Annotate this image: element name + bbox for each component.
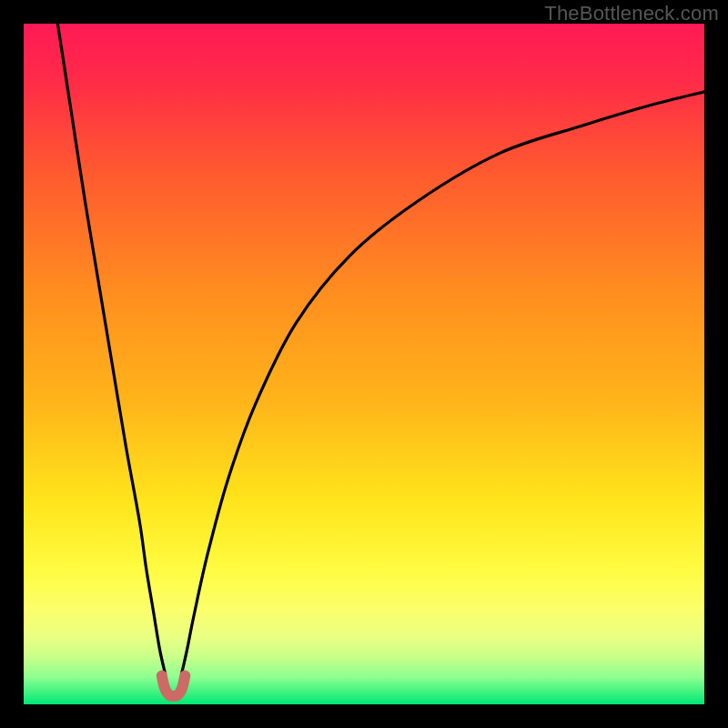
plot-area — [24, 24, 704, 704]
marker-u-shape — [162, 676, 185, 696]
curve-layer — [24, 24, 704, 704]
bottleneck-curve-left — [57, 24, 165, 673]
chart-frame: TheBottleneck.com — [0, 0, 728, 728]
bottleneck-curve-right — [182, 92, 704, 674]
watermark-text: TheBottleneck.com — [544, 2, 719, 25]
